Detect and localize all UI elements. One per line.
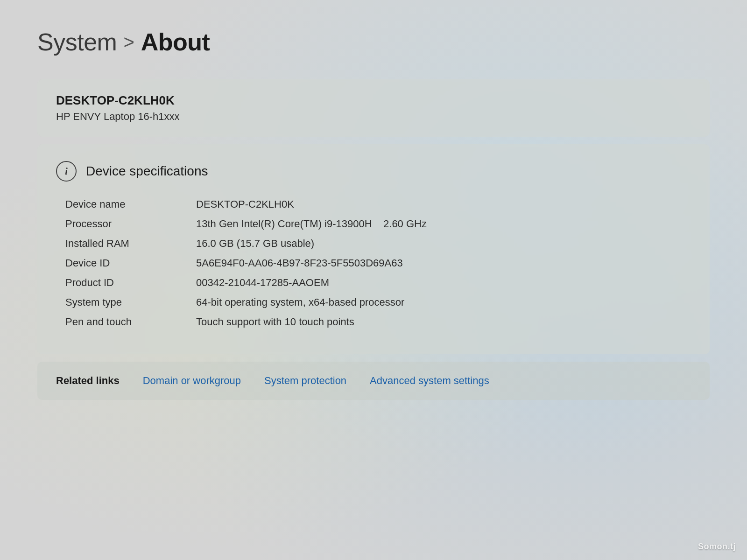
spec-label-system-type: System type — [65, 296, 196, 308]
breadcrumb-about: About — [141, 28, 210, 56]
breadcrumb-arrow: > — [123, 32, 134, 53]
spec-label-processor: Processor — [65, 218, 196, 230]
specs-table: Device name DESKTOP-C2KLH0K Processor 13… — [56, 198, 691, 328]
spec-row-product-id: Product ID 00342-21044-17285-AAOEM — [65, 277, 691, 289]
spec-value-device-name: DESKTOP-C2KLH0K — [196, 198, 294, 210]
related-links-label: Related links — [56, 375, 120, 387]
device-model: HP ENVY Laptop 16-h1xxx — [56, 111, 691, 123]
spec-label-product-id: Product ID — [65, 277, 196, 289]
specs-section-title: Device specifications — [86, 164, 208, 179]
spec-row-device-name: Device name DESKTOP-C2KLH0K — [65, 198, 691, 210]
spec-row-ram: Installed RAM 16.0 GB (15.7 GB usable) — [65, 238, 691, 250]
spec-label-pen-touch: Pen and touch — [65, 316, 196, 328]
spec-value-pen-touch: Touch support with 10 touch points — [196, 316, 354, 328]
spec-value-device-id: 5A6E94F0-AA06-4B97-8F23-5F5503D69A63 — [196, 257, 403, 269]
link-system-protection[interactable]: System protection — [264, 375, 346, 387]
spec-row-system-type: System type 64-bit operating system, x64… — [65, 296, 691, 308]
watermark: Somon.tj — [698, 542, 736, 552]
device-computer-name: DESKTOP-C2KLH0K — [56, 93, 691, 108]
spec-value-system-type: 64-bit operating system, x64-based proce… — [196, 296, 404, 308]
spec-value-ram: 16.0 GB (15.7 GB usable) — [196, 238, 314, 250]
breadcrumb-system: System — [37, 28, 117, 56]
spec-label-device-name: Device name — [65, 198, 196, 210]
device-specs-card: i Device specifications Device name DESK… — [37, 144, 710, 354]
device-header-card: DESKTOP-C2KLH0K HP ENVY Laptop 16-h1xxx — [37, 79, 710, 137]
spec-row-device-id: Device ID 5A6E94F0-AA06-4B97-8F23-5F5503… — [65, 257, 691, 269]
spec-label-ram: Installed RAM — [65, 238, 196, 250]
spec-row-processor: Processor 13th Gen Intel(R) Core(TM) i9-… — [65, 218, 691, 230]
breadcrumb: System > About — [37, 28, 710, 56]
related-links-card: Related links Domain or workgroup System… — [37, 362, 710, 400]
spec-value-processor: 13th Gen Intel(R) Core(TM) i9-13900H 2.6… — [196, 218, 427, 230]
spec-row-pen-touch: Pen and touch Touch support with 10 touc… — [65, 316, 691, 328]
link-advanced-system-settings[interactable]: Advanced system settings — [370, 375, 489, 387]
spec-label-device-id: Device ID — [65, 257, 196, 269]
specs-header: i Device specifications — [56, 161, 691, 182]
info-icon: i — [56, 161, 77, 182]
info-icon-label: i — [65, 166, 68, 177]
spec-value-product-id: 00342-21044-17285-AAOEM — [196, 277, 329, 289]
main-content: System > About DESKTOP-C2KLH0K HP ENVY L… — [0, 0, 747, 419]
link-domain-workgroup[interactable]: Domain or workgroup — [143, 375, 241, 387]
